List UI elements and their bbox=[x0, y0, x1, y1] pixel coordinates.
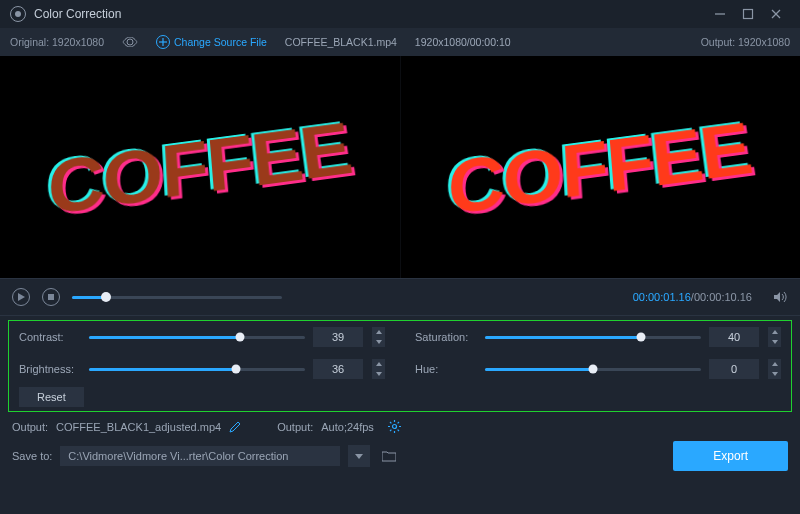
change-source-button[interactable]: Change Source File bbox=[156, 35, 267, 49]
plus-icon bbox=[156, 35, 170, 49]
color-controls-panel: Contrast: 39 Saturation: 40 bbox=[8, 320, 792, 412]
contrast-slider[interactable] bbox=[89, 336, 305, 339]
brightness-step-down[interactable] bbox=[372, 369, 385, 379]
preview-output: COFFEE COFFEE COFFEE bbox=[400, 56, 801, 278]
svg-marker-16 bbox=[772, 372, 778, 376]
output-filename: COFFEE_BLACK1_adjusted.mp4 bbox=[56, 421, 221, 433]
preview-original: COFFEE COFFEE COFFEE bbox=[0, 56, 400, 278]
contrast-step-down[interactable] bbox=[372, 337, 385, 347]
original-resolution: Original: 1920x1080 bbox=[10, 36, 104, 48]
hue-step-up[interactable] bbox=[768, 359, 781, 369]
hue-step-down[interactable] bbox=[768, 369, 781, 379]
svg-marker-8 bbox=[774, 292, 780, 302]
svg-rect-7 bbox=[48, 294, 54, 300]
brightness-spinner bbox=[371, 359, 385, 379]
original-label: Original: bbox=[10, 36, 49, 48]
close-button[interactable] bbox=[762, 4, 790, 24]
saturation-step-down[interactable] bbox=[768, 337, 781, 347]
top-info-bar: Original: 1920x1080 Change Source File C… bbox=[0, 28, 800, 56]
export-button[interactable]: Export bbox=[673, 441, 788, 471]
hue-control: Hue: 0 bbox=[415, 359, 781, 379]
save-path[interactable]: C:\Vidmore\Vidmore Vi...rter\Color Corre… bbox=[60, 446, 340, 466]
svg-point-17 bbox=[392, 425, 396, 429]
window-title: Color Correction bbox=[34, 7, 121, 21]
timeline-slider[interactable] bbox=[72, 296, 282, 299]
original-value: 1920x1080 bbox=[52, 36, 104, 48]
output-settings-row: Output: COFFEE_BLACK1_adjusted.mp4 Outpu… bbox=[0, 412, 800, 437]
preview-original-content: COFFEE COFFEE COFFEE bbox=[47, 106, 356, 233]
svg-marker-13 bbox=[376, 362, 382, 366]
svg-marker-6 bbox=[18, 293, 25, 301]
saturation-slider[interactable] bbox=[485, 336, 701, 339]
svg-marker-15 bbox=[772, 362, 778, 366]
app-logo-icon bbox=[10, 6, 26, 22]
output-file-label: Output: bbox=[12, 421, 48, 433]
hue-label: Hue: bbox=[415, 363, 477, 375]
brightness-value[interactable]: 36 bbox=[313, 359, 363, 379]
playback-bar: 00:00:01.16/00:00:10.16 bbox=[0, 278, 800, 316]
saturation-spinner bbox=[767, 327, 781, 347]
svg-marker-9 bbox=[376, 330, 382, 334]
save-row: Save to: C:\Vidmore\Vidmore Vi...rter\Co… bbox=[0, 437, 800, 481]
edit-filename-button[interactable] bbox=[229, 421, 241, 433]
contrast-value[interactable]: 39 bbox=[313, 327, 363, 347]
saturation-value[interactable]: 40 bbox=[709, 327, 759, 347]
hue-spinner bbox=[767, 359, 781, 379]
contrast-control: Contrast: 39 bbox=[19, 327, 385, 347]
change-source-label: Change Source File bbox=[174, 36, 267, 48]
stop-button[interactable] bbox=[42, 288, 60, 306]
time-current: 00:00:01.16 bbox=[633, 291, 691, 303]
output-format-value: Auto;24fps bbox=[321, 421, 374, 433]
output-format-label: Output: bbox=[277, 421, 313, 433]
timeline-thumb[interactable] bbox=[101, 292, 111, 302]
contrast-step-up[interactable] bbox=[372, 327, 385, 337]
saturation-step-up[interactable] bbox=[768, 327, 781, 337]
brightness-control: Brightness: 36 bbox=[19, 359, 385, 379]
minimize-button[interactable] bbox=[706, 4, 734, 24]
save-path-dropdown[interactable] bbox=[348, 445, 370, 467]
svg-marker-11 bbox=[772, 330, 778, 334]
open-folder-button[interactable] bbox=[378, 445, 400, 467]
brightness-slider[interactable] bbox=[89, 368, 305, 371]
source-filename: COFFEE_BLACK1.mp4 bbox=[285, 36, 397, 48]
hue-value[interactable]: 0 bbox=[709, 359, 759, 379]
svg-rect-1 bbox=[744, 10, 753, 19]
output-settings-button[interactable] bbox=[388, 420, 401, 433]
svg-marker-14 bbox=[376, 372, 382, 376]
play-button[interactable] bbox=[12, 288, 30, 306]
svg-marker-10 bbox=[376, 340, 382, 344]
save-to-label: Save to: bbox=[12, 450, 52, 462]
output-resolution: Output: 1920x1080 bbox=[701, 36, 790, 48]
titlebar: Color Correction bbox=[0, 0, 800, 28]
contrast-spinner bbox=[371, 327, 385, 347]
brightness-step-up[interactable] bbox=[372, 359, 385, 369]
brightness-label: Brightness: bbox=[19, 363, 81, 375]
output-res-value: 1920x1080 bbox=[738, 36, 790, 48]
preview-area: COFFEE COFFEE COFFEE COFFEE COFFEE COFFE… bbox=[0, 56, 800, 278]
volume-icon[interactable] bbox=[774, 291, 788, 303]
svg-marker-18 bbox=[355, 454, 363, 459]
time-display: 00:00:01.16/00:00:10.16 bbox=[633, 291, 752, 303]
preview-toggle-icon[interactable] bbox=[122, 37, 138, 47]
saturation-control: Saturation: 40 bbox=[415, 327, 781, 347]
saturation-label: Saturation: bbox=[415, 331, 477, 343]
source-res-duration: 1920x1080/00:00:10 bbox=[415, 36, 511, 48]
maximize-button[interactable] bbox=[734, 4, 762, 24]
svg-marker-12 bbox=[772, 340, 778, 344]
hue-slider[interactable] bbox=[485, 368, 701, 371]
time-total: /00:00:10.16 bbox=[691, 291, 752, 303]
preview-output-content: COFFEE COFFEE COFFEE bbox=[447, 106, 756, 233]
output-res-label: Output: bbox=[701, 36, 735, 48]
reset-button[interactable]: Reset bbox=[19, 387, 84, 407]
contrast-label: Contrast: bbox=[19, 331, 81, 343]
